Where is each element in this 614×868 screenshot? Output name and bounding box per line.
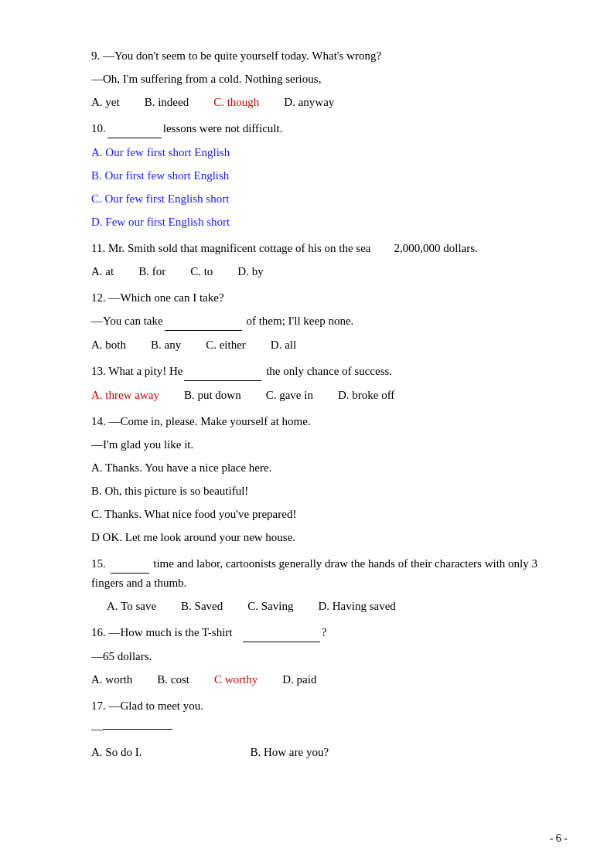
q15-blank — [111, 554, 149, 574]
q11-opt-c: C. to — [190, 262, 213, 281]
q16-opt-d: D. paid — [282, 670, 316, 689]
q12-opt-b: B. any — [151, 335, 181, 354]
page: 9. —You don't seem to be quite yourself … — [0, 0, 614, 868]
q17-opt-b: B. How are you? — [250, 743, 329, 761]
q15-text: 15. time and labor, cartoonists generall… — [91, 554, 544, 592]
q14-opt-a: A. Thanks. You have a nice place here. — [91, 458, 544, 477]
q14-line1: 14. —Come in, please. Make yourself at h… — [91, 412, 544, 431]
q13-opt-d: D. broke off — [338, 386, 394, 404]
q17-line1: 17. —Glad to meet you. — [91, 696, 544, 715]
q16-opt-c: C worthy — [214, 670, 258, 689]
q11-opt-b: B. for — [138, 262, 165, 281]
q15-opt-b: B. Saved — [181, 597, 223, 615]
q15-opt-c: C. Saving — [247, 597, 293, 615]
q12-blank — [165, 311, 242, 331]
q13-opt-a: A. threw away — [91, 386, 159, 404]
q10-opt-d: D. Few our first English short — [91, 213, 544, 231]
q10-opt-b: B. Our first few short English — [91, 166, 544, 185]
q17-blank — [103, 729, 172, 730]
q12-line1: 12. —Which one can I take? — [91, 288, 544, 307]
question-12: 12. —Which one can I take? —You can take… — [91, 288, 544, 354]
q14-opt-b: B. Oh, this picture is so beautiful! — [91, 482, 544, 500]
q10-opt-a: A. Our few first short English — [91, 143, 544, 162]
q16-line1: 16. —How much is the T-shirt ? — [91, 623, 544, 642]
q12-options: A. both B. any C. either D. all — [91, 335, 544, 354]
q16-line2: —65 dollars. — [91, 647, 544, 665]
q14-line2: —I'm glad you like it. — [91, 435, 544, 454]
q9-line2: —Oh, I'm suffering from a cold. Nothing … — [91, 70, 544, 88]
question-11: 11. Mr. Smith sold that magnificent cott… — [91, 239, 544, 281]
q9-opt-a: A. yet — [91, 93, 120, 111]
q16-options: A. worth B. cost C worthy D. paid — [91, 670, 544, 689]
question-9: 9. —You don't seem to be quite yourself … — [91, 46, 544, 111]
question-14: 14. —Come in, please. Make yourself at h… — [91, 412, 544, 546]
q13-line1: 13. What a pity! He the only chance of s… — [91, 362, 544, 381]
q9-opt-c: C. though — [213, 93, 259, 111]
page-number: - 6 - — [550, 832, 568, 845]
q9-opt-b: B. indeed — [145, 93, 189, 111]
question-10: 10. lessons were not difficult. A. Our f… — [91, 119, 544, 231]
q9-line1: 9. —You don't seem to be quite yourself … — [91, 46, 544, 65]
q16-blank — [243, 623, 320, 642]
q11-options: A. at B. for C. to D. by — [91, 262, 544, 281]
q9-opt-d: D. anyway — [284, 93, 334, 111]
q17-options: A. So do I. B. How are you? — [91, 743, 544, 761]
question-15: 15. time and labor, cartoonists generall… — [91, 554, 544, 615]
q11-opt-d: D. by — [237, 262, 263, 281]
q11-line1: 11. Mr. Smith sold that magnificent cott… — [91, 239, 544, 257]
q17-opt-a: A. So do I. — [91, 743, 142, 761]
q15-opt-a: A. To save — [107, 597, 156, 615]
q15-options: A. To save B. Saved C. Saving D. Having … — [107, 597, 544, 615]
q13-opt-c: C. gave in — [266, 386, 313, 404]
q13-opt-b: B. put down — [184, 386, 241, 404]
q9-options: A. yet B. indeed C. though D. anyway — [91, 93, 544, 111]
q11-opt-a: A. at — [91, 262, 114, 281]
q10-line1: 10. lessons were not difficult. — [91, 119, 544, 138]
q16-opt-a: A. worth — [91, 670, 132, 689]
q12-opt-a: A. both — [91, 335, 126, 354]
q10-opt-c: C. Our few first English short — [91, 189, 544, 208]
q13-blank — [184, 362, 261, 381]
q14-opt-c: C. Thanks. What nice food you've prepare… — [91, 505, 544, 523]
question-16: 16. —How much is the T-shirt ? —65 dolla… — [91, 623, 544, 689]
q17-line2: — — [91, 720, 544, 738]
q10-blank — [107, 119, 162, 138]
q16-opt-b: B. cost — [157, 670, 189, 689]
q12-opt-d: D. all — [271, 335, 296, 354]
q15-opt-d: D. Having saved — [318, 597, 395, 615]
q14-opt-d: D OK. Let me look around your new house. — [91, 528, 544, 546]
q12-line2: —You can take of them; I'll keep none. — [91, 311, 544, 331]
question-17: 17. —Glad to meet you. — A. So do I. B. … — [91, 696, 544, 761]
q13-options: A. threw away B. put down C. gave in D. … — [91, 386, 544, 404]
question-13: 13. What a pity! He the only chance of s… — [91, 362, 544, 404]
q12-opt-c: C. either — [206, 335, 246, 354]
